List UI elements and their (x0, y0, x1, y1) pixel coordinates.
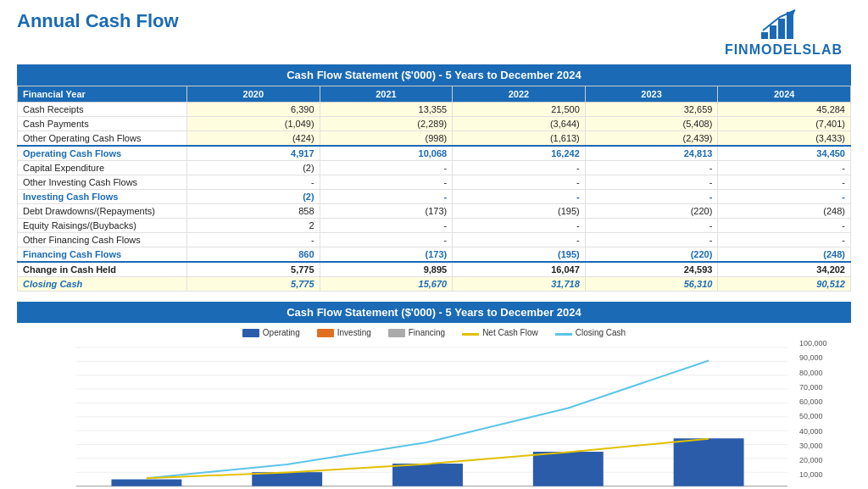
logo-icon (758, 8, 809, 42)
row-value: - (453, 161, 586, 175)
row-value: - (320, 219, 453, 233)
legend-swatch (242, 329, 259, 337)
cash-flow-table-container: Cash Flow Statement ($'000) - 5 Years to… (17, 64, 851, 292)
bar-operating (111, 480, 181, 486)
row-value: - (320, 175, 453, 190)
bar-operating (533, 452, 604, 486)
row-value: (248) (718, 204, 851, 219)
svg-rect-0 (761, 32, 768, 39)
y-axis-label: 40,000 (799, 427, 851, 436)
y-axis-label: 50,000 (799, 412, 851, 420)
row-value: - (187, 233, 320, 247)
row-value: 6,390 (187, 103, 320, 117)
row-label: Cash Payments (18, 117, 187, 131)
row-value: 858 (187, 204, 320, 219)
y-axis-right: 100,00090,00080,00070,00060,00050,00040,… (796, 339, 851, 489)
row-value: (195) (453, 247, 586, 263)
row-value: (998) (320, 131, 453, 147)
header-area: Annual Cash Flow FINMODELSLAB (17, 8, 851, 58)
row-value: - (585, 175, 718, 190)
row-value: - (320, 190, 453, 204)
table-row: Change in Cash Held5,7759,89516,04724,59… (18, 262, 851, 277)
row-value: (3,433) (718, 131, 851, 147)
row-label: Other Financing Cash Flows (18, 233, 187, 247)
table-row: Cash Payments(1,049)(2,289)(3,644)(5,408… (18, 117, 851, 131)
row-value: (424) (187, 131, 320, 147)
table-title: Cash Flow Statement ($'000) - 5 Years to… (17, 64, 851, 86)
legend-item: Closing Cash (555, 328, 626, 337)
y-axis-label: - (799, 486, 851, 489)
row-value: - (718, 233, 851, 247)
table-row: Other Operating Cash Flows(424)(998)(1,6… (18, 131, 851, 147)
y-axis-label: 90,000 (799, 353, 851, 362)
row-value: - (718, 219, 851, 233)
row-label: Operating Cash Flows (18, 146, 187, 161)
row-value: - (585, 161, 718, 175)
row-value: 5,775 (187, 277, 320, 292)
chart-svg (59, 339, 796, 489)
row-label: Change in Cash Held (18, 262, 187, 277)
row-value: 34,450 (718, 146, 851, 161)
row-value: - (453, 219, 586, 233)
row-value: (2) (187, 161, 320, 175)
legend-item: Net Cash Flow (462, 328, 538, 337)
row-value: 4,917 (187, 146, 320, 161)
row-value: - (718, 175, 851, 190)
row-value: 2 (187, 219, 320, 233)
row-value: (3,644) (453, 117, 586, 131)
row-value: - (453, 190, 586, 204)
row-label: Other Operating Cash Flows (18, 131, 187, 147)
chart-title: Cash Flow Statement ($'000) - 5 Years to… (17, 302, 851, 323)
legend-label: Financing (409, 328, 445, 337)
chart-legend: OperatingInvestingFinancingNet Cash Flow… (17, 323, 851, 339)
row-value: 860 (187, 247, 320, 263)
svg-rect-2 (778, 19, 785, 39)
row-value: 24,593 (585, 262, 718, 277)
row-value: 24,813 (585, 146, 718, 161)
row-label: Equity Raisings/(Buybacks) (18, 219, 187, 233)
row-value: (5,408) (585, 117, 718, 131)
row-value: - (320, 233, 453, 247)
chart-wrapper: 100,00090,00080,00070,00060,00050,00040,… (17, 339, 851, 489)
row-value: (248) (718, 247, 851, 263)
row-value: (1,049) (187, 117, 320, 131)
table-row: Capital Expenditure(2)---- (18, 161, 851, 175)
row-value: (220) (585, 204, 718, 219)
col-header-label: Financial Year (18, 86, 187, 103)
row-value: - (718, 190, 851, 204)
bar-operating (674, 438, 744, 486)
col-header-2024: 2024 (718, 86, 851, 103)
col-header-2023: 2023 (585, 86, 718, 103)
y-axis-label: 10,000 (799, 470, 851, 479)
bar-operating (392, 464, 463, 486)
y-axis-label: 30,000 (799, 442, 851, 450)
svg-rect-3 (787, 12, 793, 39)
col-header-2021: 2021 (320, 86, 453, 103)
row-value: - (585, 219, 718, 233)
row-label: Investing Cash Flows (18, 190, 187, 204)
cash-flow-table: Financial Year 2020 2021 2022 2023 2024 … (17, 86, 851, 292)
y-axis-label: 100,000 (799, 339, 851, 347)
table-row: Investing Cash Flows(2)---- (18, 190, 851, 204)
row-value: (2,289) (320, 117, 453, 131)
row-value: (2) (187, 190, 320, 204)
row-value: - (453, 175, 586, 190)
legend-swatch (462, 333, 479, 336)
row-value: 34,202 (718, 262, 851, 277)
table-row: Equity Raisings/(Buybacks)2---- (18, 219, 851, 233)
row-value: 9,895 (320, 262, 453, 277)
legend-swatch (388, 329, 405, 337)
bar-operating (252, 472, 322, 486)
row-value: 15,670 (320, 277, 453, 292)
row-value: 90,512 (718, 277, 851, 292)
table-header-row: Financial Year 2020 2021 2022 2023 2024 (18, 86, 851, 103)
row-value: (173) (320, 247, 453, 263)
row-value: (195) (453, 204, 586, 219)
table-row: Financing Cash Flows860(173)(195)(220)(2… (18, 247, 851, 263)
row-value: - (718, 161, 851, 175)
table-row: Other Investing Cash Flows----- (18, 175, 851, 190)
chart-inner (59, 339, 796, 489)
row-label: Debt Drawdowns/(Repayments) (18, 204, 187, 219)
row-value: 32,659 (585, 103, 718, 117)
col-header-2022: 2022 (453, 86, 586, 103)
